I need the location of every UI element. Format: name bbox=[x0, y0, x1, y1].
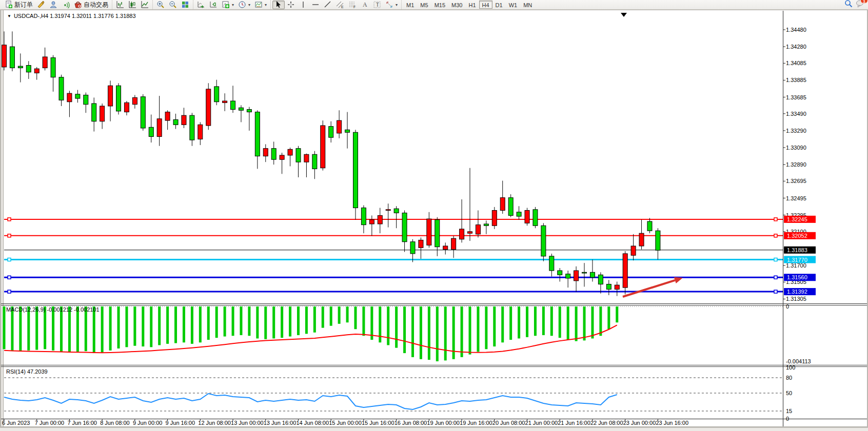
macd-histogram-bar bbox=[313, 306, 316, 333]
trend-arrow-line[interactable] bbox=[623, 280, 675, 297]
candle-down bbox=[361, 208, 366, 225]
candle-down bbox=[271, 149, 276, 160]
candle-down bbox=[231, 101, 235, 110]
line-handle[interactable] bbox=[774, 234, 777, 237]
line-handle[interactable] bbox=[8, 218, 11, 221]
price-label-text: 1.31560 bbox=[787, 274, 807, 280]
symbol-ohlc-text: USDCAD-,H4 1.31974 1.32011 1.31776 1.318… bbox=[14, 13, 136, 19]
candle-up bbox=[631, 246, 636, 255]
trend-arrow-head[interactable] bbox=[674, 277, 683, 283]
macd-histogram-bar bbox=[607, 306, 610, 329]
candle-down bbox=[541, 225, 546, 256]
collapse-triangle-icon[interactable]: ▼ bbox=[7, 14, 11, 18]
macd-histogram-bar bbox=[109, 306, 112, 351]
macd-histogram-bar bbox=[599, 306, 602, 336]
macd-histogram-bar bbox=[485, 306, 487, 349]
macd-histogram-bar bbox=[518, 306, 520, 338]
macd-histogram-bar bbox=[101, 306, 104, 353]
time-tick-label[interactable]: 13 Jun 00:00 bbox=[231, 420, 264, 426]
candle-down bbox=[402, 213, 407, 241]
macd-histogram-bar bbox=[297, 306, 300, 335]
macd-histogram-bar bbox=[166, 306, 169, 344]
time-tick-label[interactable]: 15 Jun 00:00 bbox=[329, 420, 362, 426]
candle-down bbox=[312, 154, 317, 169]
line-handle[interactable] bbox=[774, 290, 777, 293]
time-tick-label[interactable]: 6 Jun 2023 bbox=[2, 420, 30, 426]
candle-down bbox=[10, 47, 14, 68]
candle-up bbox=[124, 102, 129, 112]
time-tick-label[interactable]: 15 Jun 16:00 bbox=[362, 420, 394, 426]
time-tick-label[interactable]: 19 Jun 00:00 bbox=[427, 420, 460, 426]
time-tick-label[interactable]: 12 Jun 08:00 bbox=[198, 420, 231, 426]
time-tick-label[interactable]: 7 Jun 00:00 bbox=[35, 420, 65, 426]
candle-up bbox=[288, 149, 292, 155]
line-handle[interactable] bbox=[774, 218, 777, 221]
price-tick-label: 1.33090 bbox=[786, 145, 806, 151]
time-tick-label[interactable]: 14 Jun 08:00 bbox=[296, 420, 329, 426]
macd-histogram-bar bbox=[428, 306, 430, 360]
time-tick-label[interactable]: 9 Jun 00:00 bbox=[133, 420, 163, 426]
price-tick-label: 1.33685 bbox=[786, 94, 806, 100]
time-tick-label[interactable]: 23 Jun 00:00 bbox=[623, 420, 656, 426]
line-handle[interactable] bbox=[8, 276, 11, 279]
candle-up bbox=[451, 238, 456, 250]
time-tick-label[interactable]: 22 Jun 08:00 bbox=[590, 420, 623, 426]
chart-canvas[interactable]: 1.344801.342801.340851.338851.336851.334… bbox=[0, 0, 868, 431]
candle-down bbox=[647, 221, 652, 231]
chart-symbol-label[interactable]: ▼ USDCAD-,H4 1.31974 1.32011 1.31776 1.3… bbox=[7, 13, 136, 19]
line-handle[interactable] bbox=[774, 258, 777, 261]
candle-down bbox=[353, 132, 358, 208]
macd-histogram-bar bbox=[444, 306, 447, 360]
rsi-indicator-label: RSI(14) 47.2039 bbox=[6, 368, 48, 375]
line-handle[interactable] bbox=[8, 290, 11, 293]
macd-histogram-bar bbox=[509, 306, 512, 340]
macd-histogram-bar bbox=[559, 306, 561, 338]
candle-down bbox=[190, 115, 194, 140]
macd-histogram-bar bbox=[526, 306, 528, 337]
macd-histogram-bar bbox=[395, 306, 398, 348]
macd-histogram-bar bbox=[60, 306, 63, 352]
time-tick-label[interactable]: 21 Jun 16:00 bbox=[558, 420, 590, 426]
candle-down bbox=[116, 86, 121, 111]
price-label-text: 1.31392 bbox=[787, 289, 807, 295]
macd-histogram-bar bbox=[362, 306, 365, 336]
macd-histogram-bar bbox=[411, 306, 414, 357]
candle-down bbox=[51, 58, 55, 77]
candle-up bbox=[43, 57, 47, 68]
time-tick-label[interactable]: 8 Jun 08:00 bbox=[100, 420, 130, 426]
time-tick-label[interactable]: 20 Jun 08:00 bbox=[492, 420, 525, 426]
macd-histogram-bar bbox=[191, 306, 193, 344]
candle-up bbox=[468, 232, 472, 233]
line-handle[interactable] bbox=[8, 258, 11, 261]
macd-histogram-bar bbox=[35, 306, 38, 350]
candle-up bbox=[427, 219, 431, 245]
macd-histogram-bar bbox=[289, 306, 291, 337]
time-tick-label[interactable]: 7 Jun 16:00 bbox=[67, 420, 97, 426]
candle-up bbox=[223, 101, 227, 102]
price-label-text: 1.31770 bbox=[787, 257, 807, 263]
time-tick-label[interactable]: 21 Jun 00:00 bbox=[525, 420, 558, 426]
price-tick-label: 1.31700 bbox=[786, 262, 806, 269]
candle-down bbox=[296, 149, 301, 162]
time-tick-label[interactable]: 9 Jun 16:00 bbox=[166, 420, 195, 426]
line-handle[interactable] bbox=[8, 234, 11, 237]
candle-up bbox=[2, 45, 7, 67]
candle-down bbox=[484, 224, 488, 225]
macd-histogram-bar bbox=[346, 306, 349, 322]
time-tick-label[interactable]: 23 Jun 16:00 bbox=[656, 420, 688, 426]
candle-up bbox=[165, 112, 170, 121]
candle-up bbox=[386, 210, 390, 211]
line-handle[interactable] bbox=[774, 276, 777, 279]
candle-down bbox=[508, 198, 513, 216]
time-tick-label[interactable]: 13 Jun 16:00 bbox=[264, 420, 297, 426]
candle-down bbox=[255, 112, 260, 156]
macd-histogram-bar bbox=[150, 306, 152, 347]
time-tick-label[interactable]: 16 Jun 08:00 bbox=[394, 420, 427, 426]
candle-up bbox=[34, 69, 39, 73]
time-tick-label[interactable]: 19 Jun 16:00 bbox=[460, 420, 492, 426]
candle-up bbox=[67, 93, 72, 102]
candle-down bbox=[582, 272, 587, 273]
rsi-axis-label: 0 bbox=[786, 416, 789, 422]
macd-histogram-bar bbox=[305, 306, 308, 334]
chart-shift-marker[interactable] bbox=[621, 13, 627, 17]
